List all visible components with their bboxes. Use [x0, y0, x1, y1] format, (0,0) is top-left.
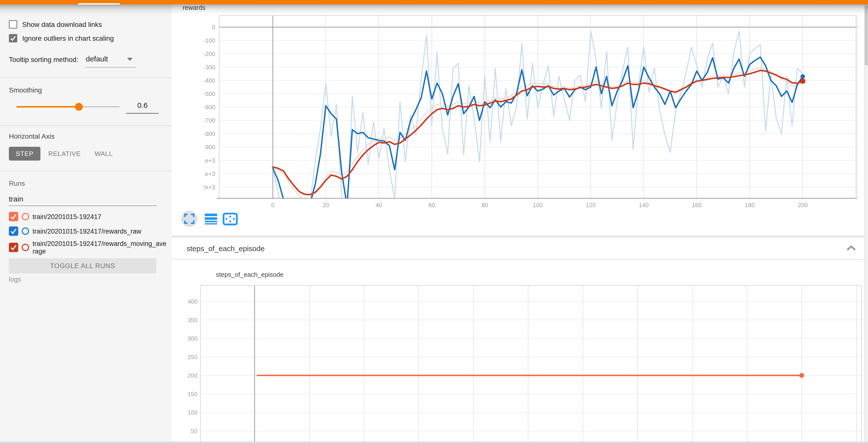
collapse-section-icon[interactable]	[846, 245, 857, 252]
svg-text:-800: -800	[204, 130, 215, 137]
svg-text:50: 50	[191, 428, 197, 434]
svg-text:-500: -500	[204, 91, 215, 97]
svg-text:-300: -300	[204, 64, 215, 70]
expand-chart-icon[interactable]	[184, 213, 195, 224]
steps-chart[interactable]: 40035030025020015010050	[187, 284, 867, 443]
run-checkbox-1[interactable]	[9, 212, 18, 221]
divider	[0, 171, 172, 171]
smoothing-value[interactable]: 0.6	[126, 101, 159, 110]
fit-domain-icon[interactable]	[222, 213, 238, 226]
rewards-card: rewards 0-100-200-300-400-500-600-700-80…	[172, 3, 864, 236]
check-icon	[9, 212, 18, 221]
divider	[0, 78, 172, 78]
svg-text:-100: -100	[204, 37, 215, 44]
run-checkbox-3[interactable]	[9, 243, 18, 252]
chevron-down-icon[interactable]	[127, 58, 132, 61]
svg-text:350: 350	[188, 317, 197, 323]
svg-text:0: 0	[271, 202, 274, 208]
toggle-all-runs-button[interactable]: TOGGLE ALL RUNS	[9, 258, 156, 273]
scrollbar-thumb[interactable]	[865, 6, 868, 65]
logs-path-label: logs	[9, 276, 21, 284]
run-radio-1[interactable]	[22, 213, 29, 220]
svg-text:80: 80	[482, 202, 488, 208]
svg-text:-1.1e+3: -1.1e+3	[204, 171, 215, 177]
axis-relative-button[interactable]: RELATIVE	[48, 147, 80, 160]
svg-text:200: 200	[798, 202, 808, 208]
runs-label: Runs	[9, 180, 25, 187]
smoothing-slider-knob[interactable]	[75, 103, 83, 111]
check-icon	[9, 243, 18, 252]
smoothing-slider-fill	[17, 106, 79, 108]
scrollbar-track[interactable]	[865, 4, 868, 443]
horizontal-axis-label: Horizontal Axis	[9, 132, 55, 140]
run-label-1[interactable]: train/20201015-192417	[33, 213, 167, 221]
app-toolbar[interactable]	[0, 0, 868, 4]
svg-text:20: 20	[322, 202, 329, 208]
data-table-icon[interactable]	[205, 213, 217, 225]
ignore-outliers-checkbox[interactable]	[9, 34, 17, 42]
check-icon	[9, 227, 18, 236]
svg-text:40: 40	[376, 202, 382, 208]
active-tab-indicator	[78, 3, 120, 4]
smoothing-label: Smoothing	[9, 86, 42, 94]
runs-filter-input[interactable]: train	[9, 195, 23, 203]
svg-text:-400: -400	[204, 77, 215, 84]
svg-text:100: 100	[188, 409, 197, 416]
check-icon	[9, 34, 17, 42]
svg-text:300: 300	[188, 335, 197, 342]
svg-text:-200: -200	[204, 51, 215, 57]
tooltip-sorting-label: Tooltip sorting method:	[9, 56, 79, 64]
show-data-download-links-label: Show data download links	[22, 21, 102, 29]
svg-text:150: 150	[188, 391, 197, 397]
runs-filter-underline	[9, 205, 156, 206]
show-data-download-links-checkbox[interactable]	[9, 20, 17, 29]
svg-text:120: 120	[586, 202, 596, 208]
svg-text:140: 140	[639, 202, 649, 208]
run-checkbox-2[interactable]	[9, 227, 18, 236]
svg-text:-1e+3: -1e+3	[204, 157, 215, 164]
rewards-chart-title: rewards	[183, 4, 205, 11]
svg-text:160: 160	[692, 202, 702, 208]
smoothing-value-underline	[126, 113, 159, 114]
svg-text:400: 400	[188, 298, 197, 305]
ignore-outliers-label: Ignore outliers in chart scaling	[22, 34, 114, 42]
svg-text:-1.2e+3: -1.2e+3	[204, 184, 215, 190]
section-header[interactable]: steps_of_each_episode	[172, 238, 864, 259]
select-underline	[86, 67, 136, 67]
run-radio-3[interactable]	[22, 244, 29, 251]
run-label-3[interactable]: train/20201015-192417/rewards_moving_ave…	[33, 240, 167, 255]
section-title: steps_of_each_episode	[187, 244, 265, 253]
svg-text:-700: -700	[204, 117, 215, 124]
svg-text:180: 180	[745, 202, 755, 208]
settings-sidebar: Show data download links Ignore outliers…	[0, 4, 172, 443]
steps-card: steps_of_each_episode 400350300250200150…	[172, 260, 864, 443]
svg-text:100: 100	[533, 202, 543, 208]
svg-text:-900: -900	[204, 144, 215, 150]
rewards-chart[interactable]: 0-100-200-300-400-500-600-700-800-900-1e…	[204, 14, 868, 212]
tensorboard-page: Show data download links Ignore outliers…	[0, 0, 868, 443]
run-label-2[interactable]: train/20201015-192417/rewards_raw	[33, 228, 167, 235]
svg-text:-600: -600	[204, 104, 215, 111]
bottom-edge	[0, 442, 868, 443]
axis-step-button[interactable]: STEP	[9, 147, 40, 160]
svg-text:0: 0	[212, 24, 215, 31]
divider	[0, 125, 172, 126]
svg-text:250: 250	[188, 354, 197, 360]
svg-text:60: 60	[429, 202, 435, 208]
run-radio-2[interactable]	[22, 228, 29, 235]
axis-wall-button[interactable]: WALL	[90, 147, 117, 160]
svg-text:200: 200	[188, 372, 197, 379]
steps-chart-title: steps_of_each_episode	[216, 271, 284, 278]
tooltip-sorting-select[interactable]: default	[86, 55, 108, 63]
